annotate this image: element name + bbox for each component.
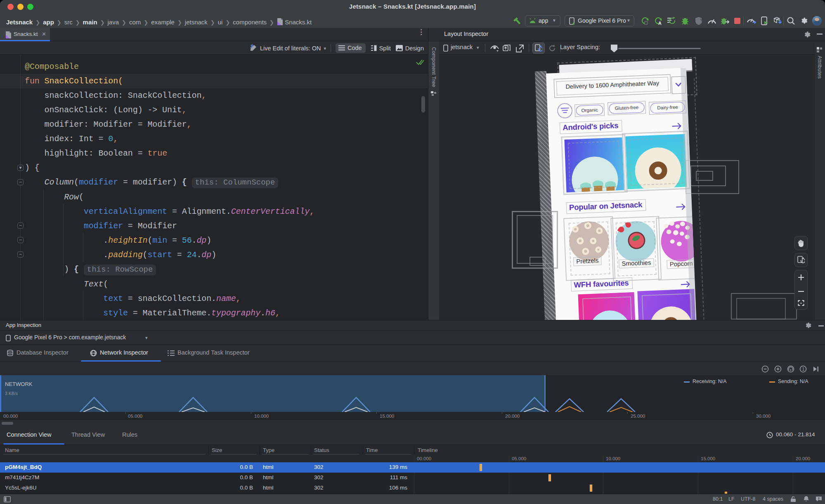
svg-text:1: 1 xyxy=(802,367,805,371)
svg-text:A: A xyxy=(658,21,662,25)
